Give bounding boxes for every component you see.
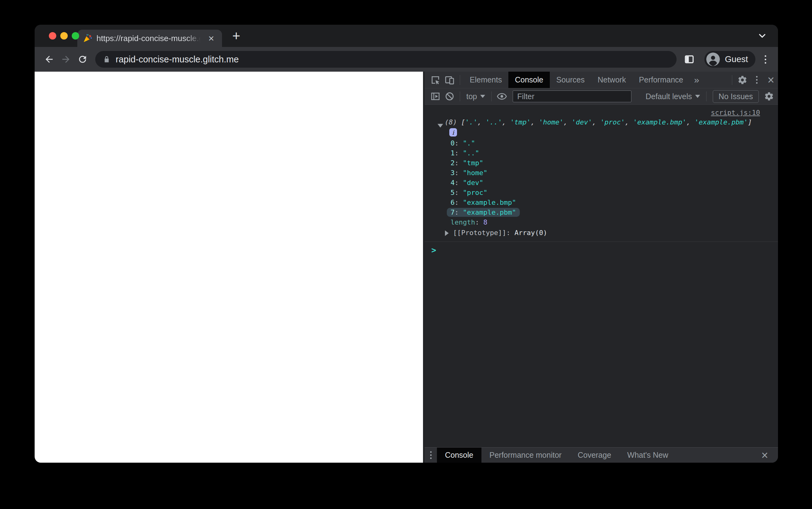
tab-title: https://rapid-concise-muscle.g	[96, 34, 201, 43]
tab-close-icon[interactable]: ×	[206, 33, 216, 43]
forward-button[interactable]	[58, 51, 74, 68]
console-output: script.js:10 (8) [., .., tmp, home, dev,…	[425, 105, 778, 447]
drawer-menu-button[interactable]	[425, 448, 437, 462]
array-entry-row: 1: ..	[425, 148, 778, 158]
clear-console-icon[interactable]	[442, 90, 457, 103]
collapse-triangle-icon[interactable]	[438, 124, 443, 128]
window-zoom-button[interactable]	[72, 32, 79, 39]
array-entry-row: 0: .	[425, 138, 778, 148]
browser-toolbar: rapid-concise-muscle.glitch.me Guest	[35, 47, 778, 72]
new-tab-button[interactable]: +	[227, 27, 245, 44]
array-entry-row: 6: example.bmp	[425, 198, 778, 208]
info-icon: i	[449, 128, 457, 137]
reload-button[interactable]	[74, 51, 91, 68]
devtools-tabbar: ElementsConsoleSourcesNetworkPerformance…	[425, 72, 778, 88]
devtools-drawer: ConsolePerformance monitorCoverageWhat's…	[425, 447, 778, 463]
url-text: rapid-concise-muscle.glitch.me	[116, 54, 239, 65]
party-popper-favicon-icon	[83, 34, 92, 43]
array-entry-row: 7: example.pbm	[425, 208, 778, 217]
live-expression-eye-icon[interactable]	[495, 90, 509, 103]
array-entry-row: 3: home	[425, 168, 778, 178]
tab-search-chevron-icon[interactable]	[757, 25, 768, 47]
back-button[interactable]	[41, 51, 58, 68]
devtools-close-button[interactable]: ×	[764, 73, 778, 87]
array-preview: (8) [., .., tmp, home, dev, proc, exampl…	[425, 118, 778, 127]
address-bar[interactable]: rapid-concise-muscle.glitch.me	[95, 51, 677, 68]
array-entry-row: 2: tmp	[425, 158, 778, 168]
devtools-tab-network[interactable]: Network	[591, 72, 633, 88]
array-entries: 0: .1: ..2: tmp3: home4: dev5: proc6: ex…	[425, 138, 778, 217]
chevron-down-icon	[695, 95, 700, 98]
filter-input[interactable]	[513, 91, 631, 102]
console-message: script.js:10 (8) [., .., tmp, home, dev,…	[425, 105, 778, 242]
devtools-menu-button[interactable]	[750, 73, 764, 87]
browser-tab[interactable]: https://rapid-concise-muscle.g ×	[77, 30, 222, 47]
devtools-tab-console[interactable]: Console	[508, 72, 550, 88]
device-toolbar-icon[interactable]	[442, 73, 457, 87]
console-settings-gear-icon[interactable]	[762, 90, 776, 103]
array-entry-row: 5: proc	[425, 188, 778, 198]
issues-counter-badge[interactable]: No Issues	[713, 90, 759, 103]
page-content	[35, 72, 423, 463]
tab-strip: https://rapid-concise-muscle.g × +	[35, 25, 778, 47]
window-close-button[interactable]	[49, 32, 56, 39]
drawer-close-button[interactable]: ×	[757, 448, 772, 462]
expand-triangle-icon[interactable]	[445, 230, 449, 236]
lock-icon[interactable]	[103, 55, 111, 63]
traffic-lights	[49, 25, 79, 47]
length-row: length: 8	[425, 217, 778, 227]
devtools-panel: ElementsConsoleSourcesNetworkPerformance…	[423, 72, 778, 463]
window-minimize-button[interactable]	[60, 32, 68, 39]
profile-button[interactable]: Guest	[705, 51, 755, 68]
guest-avatar-icon	[706, 53, 720, 66]
array-entry-row: 4: dev	[425, 178, 778, 188]
browser-menu-button[interactable]	[762, 53, 769, 66]
profile-label: Guest	[725, 54, 748, 64]
browser-window: https://rapid-concise-muscle.g × + rapid…	[35, 25, 778, 463]
devtools-tab-elements[interactable]: Elements	[463, 72, 508, 88]
side-panel-button[interactable]	[681, 51, 697, 68]
source-location-link[interactable]: script.js:10	[711, 109, 760, 116]
chevron-down-icon	[480, 95, 485, 98]
console-sidebar-toggle-icon[interactable]	[428, 90, 442, 103]
drawer-tab-console[interactable]: Console	[437, 447, 481, 463]
more-tabs-button[interactable]: »	[690, 75, 704, 85]
drawer-tab-performance-monitor[interactable]: Performance monitor	[481, 447, 569, 463]
inspect-element-icon[interactable]	[428, 73, 442, 87]
log-levels-selector[interactable]: Default levels	[643, 92, 703, 101]
console-prompt[interactable]: >	[425, 242, 778, 255]
devtools-tab-performance[interactable]: Performance	[632, 72, 690, 88]
devtools-tab-sources[interactable]: Sources	[550, 72, 591, 88]
devtools-settings-gear-icon[interactable]	[735, 73, 750, 87]
drawer-tab-what-s-new[interactable]: What's New	[619, 447, 677, 463]
prompt-chevron-icon: >	[431, 245, 436, 255]
drawer-tab-coverage[interactable]: Coverage	[569, 447, 619, 463]
console-toolbar: top Default levels No Issues	[425, 88, 778, 105]
prototype-row[interactable]: [[Prototype]]: Array(0)	[425, 228, 778, 238]
execution-context-selector[interactable]: top	[463, 92, 488, 101]
